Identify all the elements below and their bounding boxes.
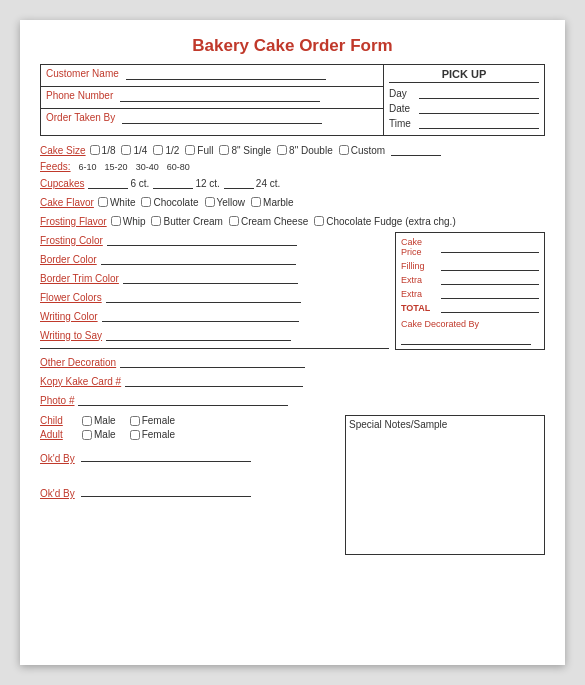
child-label: Child (40, 415, 78, 426)
cupcakes-blank2[interactable] (224, 177, 254, 189)
phone-row: Phone Number (41, 87, 383, 109)
cupcakes-label: Cupcakes (40, 178, 84, 189)
other-decoration-row: Other Decoration (40, 354, 389, 370)
extra1-row: Extra (401, 274, 539, 285)
adult-male-checkbox[interactable] (82, 430, 92, 440)
flavor-marble-checkbox[interactable] (251, 197, 261, 207)
phone-label: Phone Number (46, 90, 113, 101)
special-notes-textarea[interactable] (349, 433, 541, 548)
size-1-4: 1/4 (121, 145, 147, 156)
size-custom-checkbox[interactable] (339, 145, 349, 155)
cake-price-row: CakePrice (401, 237, 539, 257)
frosting-whip-checkbox[interactable] (111, 216, 121, 226)
writing-to-say-label: Writing to Say (40, 330, 102, 341)
flavor-white-checkbox[interactable] (98, 197, 108, 207)
other-decoration-input[interactable] (120, 356, 305, 368)
total-line (441, 302, 539, 313)
total-label: TOTAL (401, 303, 441, 313)
total-row: TOTAL (401, 302, 539, 313)
cake-price-line (441, 242, 539, 253)
bottom-left: Child Male Female Adult Male (40, 415, 339, 555)
time-line (419, 117, 539, 129)
frosting-flavor-row: Frosting Flavor Whip Butter Cream Cream … (40, 213, 545, 229)
flavor-yellow-checkbox[interactable] (205, 197, 215, 207)
extra2-line (441, 288, 539, 299)
adult-male: Male (82, 429, 116, 440)
frosting-color-label: Frosting Color (40, 235, 103, 246)
size-8-double-checkbox[interactable] (277, 145, 287, 155)
filling-row: Filling (401, 260, 539, 271)
size-1-2-checkbox[interactable] (153, 145, 163, 155)
adult-row: Adult Male Female (40, 429, 339, 440)
size-8-single-checkbox[interactable] (219, 145, 229, 155)
child-male-checkbox[interactable] (82, 416, 92, 426)
size-full: Full (185, 145, 213, 156)
child-female: Female (130, 415, 175, 426)
cupcakes-blank[interactable] (88, 177, 128, 189)
flower-colors-input[interactable] (106, 291, 301, 303)
pickup-box: PICK UP Day Date Time (384, 65, 544, 135)
frosting-butter: Butter Cream (151, 216, 222, 227)
order-taken-input[interactable] (122, 112, 322, 124)
size-1-8-checkbox[interactable] (90, 145, 100, 155)
cupcakes-12ct-input[interactable] (153, 177, 193, 189)
cupcakes-12ct: 12 ct. (195, 178, 219, 189)
border-trim-color-input[interactable] (123, 272, 298, 284)
okd-row-2: Ok'd By (40, 483, 339, 499)
special-notes-box: Special Notes/Sample (345, 415, 545, 555)
child-female-checkbox[interactable] (130, 416, 140, 426)
customer-name-input[interactable] (126, 68, 326, 80)
adult-female-checkbox[interactable] (130, 430, 140, 440)
frosting-butter-checkbox[interactable] (151, 216, 161, 226)
writing-color-input[interactable] (102, 310, 299, 322)
flavor-chocolate-checkbox[interactable] (141, 197, 151, 207)
writing-to-say-row: Writing to Say (40, 327, 389, 343)
kopy-kake-label: Kopy Kake Card # (40, 376, 121, 387)
cake-flavor-label: Cake Flavor (40, 197, 94, 208)
customer-name-row: Customer Name (41, 65, 383, 87)
border-trim-color-row: Border Trim Color (40, 270, 389, 286)
feeds-label: Feeds: (40, 161, 71, 172)
date-label: Date (389, 103, 419, 114)
flavor-marble: Marble (251, 197, 294, 208)
size-full-checkbox[interactable] (185, 145, 195, 155)
size-custom: Custom (339, 145, 385, 156)
size-1-4-checkbox[interactable] (121, 145, 131, 155)
kopy-kake-row: Kopy Kake Card # (40, 373, 389, 389)
okd-by-label-1: Ok'd By (40, 453, 75, 464)
decorated-by-input[interactable] (401, 333, 531, 345)
lower-section: Frosting Color Border Color Border Trim … (40, 232, 545, 411)
writing-to-say-input[interactable] (106, 329, 291, 341)
phone-input[interactable] (120, 90, 320, 102)
filling-line (441, 260, 539, 271)
frosting-color-input[interactable] (107, 234, 297, 246)
child-female-label: Female (142, 415, 175, 426)
day-label: Day (389, 88, 419, 99)
date-row: Date (389, 102, 539, 114)
left-col: Frosting Color Border Color Border Trim … (40, 232, 389, 411)
frosting-cream-cheese-checkbox[interactable] (229, 216, 239, 226)
order-taken-row: Order Taken By (41, 109, 383, 131)
photo-row: Photo # (40, 392, 389, 408)
size-8-double: 8" Double (277, 145, 333, 156)
right-col: CakePrice Filling Extra Extra (395, 232, 545, 411)
date-line (419, 102, 539, 114)
bottom-section: Child Male Female Adult Male (40, 415, 545, 555)
adult-male-label: Male (94, 429, 116, 440)
size-1-8: 1/8 (90, 145, 116, 156)
photo-input[interactable] (78, 394, 288, 406)
day-line (419, 87, 539, 99)
frosting-color-row: Frosting Color (40, 232, 389, 248)
border-color-input[interactable] (101, 253, 296, 265)
page-title: Bakery Cake Order Form (40, 36, 545, 56)
frosting-flavor-label: Frosting Flavor (40, 216, 107, 227)
top-section: Customer Name Phone Number Order Taken B… (40, 64, 545, 136)
time-label: Time (389, 118, 419, 129)
frosting-choc-fudge-checkbox[interactable] (314, 216, 324, 226)
border-color-label: Border Color (40, 254, 97, 265)
size-custom-input[interactable] (391, 144, 441, 156)
time-row: Time (389, 117, 539, 129)
kopy-kake-input[interactable] (125, 375, 303, 387)
flavor-white: White (98, 197, 136, 208)
adult-female: Female (130, 429, 175, 440)
